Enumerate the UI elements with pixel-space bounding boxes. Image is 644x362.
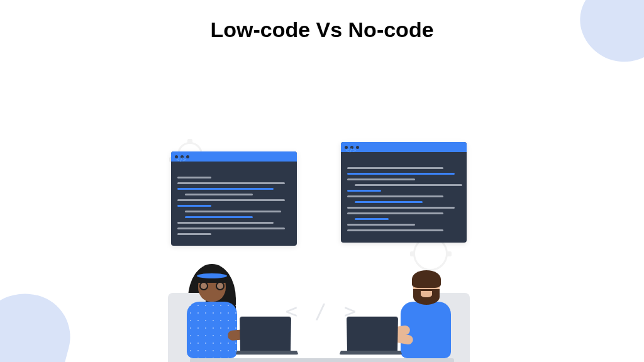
hero-illustration: </> </> (158, 123, 486, 362)
code-editor-window-left: </> (171, 151, 297, 246)
person-woman (180, 270, 243, 358)
window-control-icon (356, 146, 359, 149)
laptop-right (338, 317, 397, 358)
code-body: </> (341, 152, 467, 241)
page-title: Low-code Vs No-code (0, 18, 644, 42)
decorative-blob-bottom-left (0, 282, 80, 362)
code-tag-icon: </> (176, 156, 186, 163)
laptop-left (240, 317, 300, 358)
window-header (341, 142, 467, 152)
desk (190, 358, 454, 362)
window-header (171, 151, 297, 162)
code-tag-icon: </> (346, 147, 356, 153)
code-body: </> (171, 162, 297, 245)
window-control-icon (186, 155, 189, 158)
code-editor-window-right: </> (341, 142, 467, 243)
person-man (394, 270, 457, 358)
